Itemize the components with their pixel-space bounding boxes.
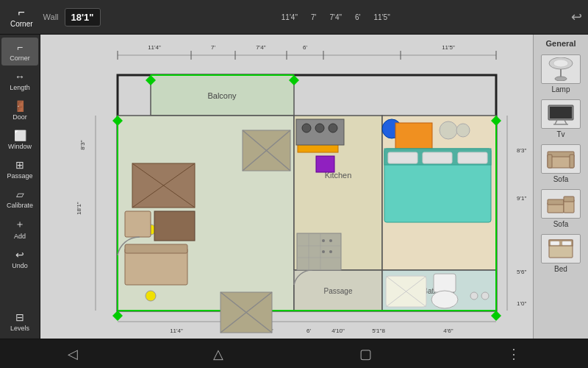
svg-rect-118 xyxy=(551,241,559,245)
svg-text:8'3": 8'3" xyxy=(517,147,526,154)
corner-tool-icon: ⌐ xyxy=(17,41,23,53)
corner-icon: ⌐ xyxy=(18,6,25,19)
undo-label: Undo xyxy=(12,262,28,269)
top-dimensions: 11'4" 7' 7'4" 6' 11'5" xyxy=(107,13,565,21)
sofa1-label: Sofa xyxy=(553,175,569,183)
sidebar-undo[interactable]: ↩ Undo xyxy=(1,245,38,273)
svg-point-70 xyxy=(456,124,470,137)
window-label: Window xyxy=(8,143,32,150)
furniture-item-lamp[interactable]: Lamp xyxy=(535,52,587,96)
svg-point-78 xyxy=(470,292,478,300)
right-sidebar-header: General xyxy=(546,39,576,48)
lamp-label: Lamp xyxy=(551,85,570,93)
sofa2-icon xyxy=(541,189,581,219)
svg-point-77 xyxy=(431,291,458,308)
svg-text:Balcony: Balcony xyxy=(207,91,237,100)
svg-text:1'0": 1'0" xyxy=(517,300,526,307)
svg-rect-56 xyxy=(154,211,195,241)
svg-text:8'3": 8'3" xyxy=(79,140,86,149)
recent-button[interactable]: ▢ xyxy=(351,343,381,365)
sidebar-length[interactable]: ↔ Length xyxy=(1,67,38,95)
corner-button[interactable]: ⌐ Corner xyxy=(6,3,37,31)
wall-label: Wall xyxy=(43,13,59,21)
tv-label: Tv xyxy=(556,130,564,138)
svg-rect-62 xyxy=(316,156,334,172)
svg-point-64 xyxy=(302,124,311,132)
back-button[interactable]: ◁ xyxy=(59,343,87,365)
window-icon: ⬜ xyxy=(14,130,26,141)
svg-point-65 xyxy=(315,124,324,132)
svg-point-79 xyxy=(481,292,489,300)
svg-text:11'4": 11'4" xyxy=(170,328,183,334)
levels-icon: ⊟ xyxy=(15,311,24,323)
door-icon: 🚪 xyxy=(14,100,26,112)
furniture-item-bed[interactable]: Bed xyxy=(535,232,587,275)
bottom-nav: ◁ △ ▢ ⋮ xyxy=(0,339,588,368)
furniture-item-sofa2[interactable]: Sofa xyxy=(535,187,587,230)
svg-text:11'4": 11'4" xyxy=(148,44,161,51)
levels-label: Levels xyxy=(10,325,29,332)
floorplan-svg: 11'4" 7' 7'4" 6' 11'5" Balcony Living Ki… xyxy=(40,35,533,339)
svg-point-91 xyxy=(322,250,325,253)
sidebar-passage[interactable]: ⊞ Passage xyxy=(1,155,38,183)
sidebar-corner[interactable]: ⌐ Corner xyxy=(1,38,38,66)
svg-rect-104 xyxy=(550,107,572,118)
more-button[interactable]: ⋮ xyxy=(498,343,529,365)
length-label: Length xyxy=(10,84,30,91)
svg-text:7'4": 7'4" xyxy=(256,44,265,51)
sofa1-icon xyxy=(541,144,581,174)
undo-icon: ↩ xyxy=(15,249,24,261)
calibrate-icon: ⏥ xyxy=(16,188,24,200)
left-sidebar: ⌐ Corner ↔ Length 🚪 Door ⬜ Window ⊞ Pass… xyxy=(0,35,40,339)
furniture-item-tv[interactable]: Tv xyxy=(535,97,587,141)
svg-text:4'6": 4'6" xyxy=(443,328,453,334)
svg-line-105 xyxy=(555,120,557,124)
lamp-icon xyxy=(541,54,581,84)
svg-point-92 xyxy=(329,250,332,253)
svg-rect-115 xyxy=(564,197,574,202)
svg-point-69 xyxy=(440,121,457,139)
corner-tool-label: Corner xyxy=(10,54,30,62)
corner-label: Corner xyxy=(10,20,33,28)
svg-rect-57 xyxy=(125,211,151,237)
add-icon: ＋ xyxy=(15,218,25,231)
svg-rect-75 xyxy=(458,152,487,163)
sidebar-door[interactable]: 🚪 Door xyxy=(1,96,38,124)
length-icon: ↔ xyxy=(15,71,25,82)
add-label: Add xyxy=(14,233,26,240)
svg-rect-84 xyxy=(297,233,341,270)
bed-label: Bed xyxy=(554,265,567,273)
svg-rect-111 xyxy=(570,155,574,168)
svg-rect-68 xyxy=(395,123,432,149)
tv-icon xyxy=(541,99,581,129)
svg-rect-55 xyxy=(125,244,187,253)
svg-rect-119 xyxy=(562,241,571,245)
svg-point-38 xyxy=(146,291,156,301)
svg-text:4'10": 4'10" xyxy=(331,328,345,334)
svg-text:5'6": 5'6" xyxy=(517,269,526,275)
furniture-item-sofa1[interactable]: Sofa xyxy=(535,142,587,185)
svg-text:7': 7' xyxy=(211,44,215,51)
svg-rect-110 xyxy=(548,155,552,168)
svg-rect-113 xyxy=(548,199,564,205)
sidebar-levels[interactable]: ⊟ Levels xyxy=(1,308,38,336)
passage-icon: ⊞ xyxy=(15,159,24,171)
floorplan-area[interactable]: 11'4" 7' 7'4" 6' 11'5" Balcony Living Ki… xyxy=(40,35,533,339)
svg-text:6': 6' xyxy=(303,44,307,51)
sidebar-add[interactable]: ＋ Add xyxy=(1,214,38,244)
svg-text:18'1": 18'1" xyxy=(76,202,82,215)
sidebar-calibrate[interactable]: ⏥ Calibrate xyxy=(1,185,38,213)
svg-text:6': 6' xyxy=(306,328,311,334)
svg-text:9'1": 9'1" xyxy=(517,195,526,202)
wall-value: 18'1" xyxy=(65,8,101,26)
door-label: Door xyxy=(12,113,27,121)
home-button[interactable]: △ xyxy=(204,343,232,365)
svg-line-106 xyxy=(564,120,567,124)
sidebar-window[interactable]: ⬜ Window xyxy=(1,126,38,154)
svg-point-90 xyxy=(329,239,332,242)
right-sidebar: General Lamp xyxy=(533,35,588,339)
passage-label: Passage xyxy=(7,172,32,180)
back-arrow-icon: ↩ xyxy=(571,9,582,25)
svg-rect-73 xyxy=(388,152,417,163)
main-area: ⌐ Corner ↔ Length 🚪 Door ⬜ Window ⊞ Pass… xyxy=(0,35,588,339)
